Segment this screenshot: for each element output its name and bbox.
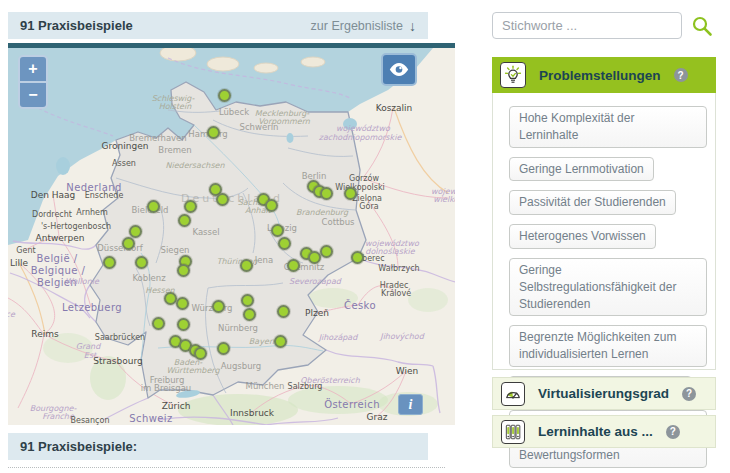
filter-button[interactable]: Geringe Lernmotivation [509,157,654,182]
map-marker[interactable] [194,347,207,360]
map-marker[interactable] [164,292,177,305]
lightbulb-icon [500,62,526,88]
section-title: Problemstellungen [539,68,661,83]
search-input[interactable] [492,12,682,39]
map-marker[interactable] [351,251,364,264]
section-virtualisierungsgrad[interactable]: Virtualisierungsgrad ? [492,377,716,410]
shelf-icon [501,420,525,444]
results-count: 91 Praxisbeispiele [20,18,133,33]
filter-button[interactable]: Heterogenes Vorwissen [509,224,656,249]
map-marker[interactable] [271,224,284,237]
map-marker[interactable] [265,199,278,212]
map-marker[interactable] [217,342,230,355]
map-marker[interactable] [176,297,189,310]
map-marker[interactable] [103,256,116,269]
divider [8,467,445,468]
map-marker[interactable] [147,200,160,213]
map-info-button[interactable]: i [398,394,423,415]
gauge-icon [501,382,525,406]
results-header: 91 Praxisbeispiele zur Ergebnisliste ↓ [8,12,428,39]
help-icon[interactable]: ? [666,425,680,439]
section-problemstellungen[interactable]: Problemstellungen ? [492,57,716,93]
map-marker[interactable] [152,317,165,330]
help-icon[interactable]: ? [674,68,688,82]
map-marker[interactable] [212,300,225,313]
map-panel[interactable]: GroningenAssenNederlandDen HaagEnschedeD… [8,43,455,425]
help-icon[interactable]: ? [682,387,696,401]
filter-button[interactable]: Begrenzte Möglichkeiten zum individualis… [509,325,707,367]
map-marker[interactable] [287,259,300,272]
map-marker[interactable] [278,237,291,250]
map-marker[interactable] [177,264,190,277]
filter-button[interactable]: Passivität der Studierenden [509,190,676,215]
filter-button[interactable]: Geringe Selbstregulationsfähigkeit der S… [509,258,707,316]
zoom-out-button[interactable]: − [18,82,48,109]
filter-list: Hohe Komplexität der LerninhalteGeringe … [509,106,715,468]
filter-panel: Hohe Komplexität der LerninhalteGeringe … [492,93,716,370]
map-marker[interactable] [218,89,231,102]
map-markers [8,48,455,425]
map-marker[interactable] [216,193,229,206]
map-marker[interactable] [122,237,135,250]
page: 91 Praxisbeispiele zur Ergebnisliste ↓ [0,0,730,473]
map-marker[interactable] [241,294,254,307]
map-marker[interactable] [184,200,197,213]
results-list-link[interactable]: zur Ergebnisliste ↓ [311,19,416,33]
map-marker[interactable] [243,308,256,321]
map-marker[interactable] [207,126,220,139]
visibility-toggle-button[interactable] [381,53,417,86]
filter-button[interactable]: Hohe Komplexität der Lerninhalte [509,106,707,148]
down-arrow-icon: ↓ [409,19,416,33]
results-footer-label: 91 Praxisbeispiele: [20,439,137,454]
map-marker[interactable] [274,335,287,348]
map-marker[interactable] [129,225,142,238]
map-marker[interactable] [308,251,321,264]
eye-icon [388,58,410,81]
map-marker[interactable] [344,187,357,200]
map-marker[interactable] [135,256,148,269]
results-footer: 91 Praxisbeispiele: [8,433,428,460]
map-marker[interactable] [178,214,191,227]
map-marker[interactable] [320,187,333,200]
map-zoom-controls: + − [18,55,48,109]
section-lerninhalte[interactable]: Lerninhalte aus ... ? [492,415,716,448]
zoom-in-button[interactable]: + [18,55,48,82]
map-marker[interactable] [177,318,190,331]
results-list-link-label: zur Ergebnisliste [311,19,403,33]
section-title: Lerninhalte aus ... [538,424,653,439]
map-marker[interactable] [320,245,333,258]
map-marker[interactable] [240,259,253,272]
search-icon[interactable] [691,15,713,37]
map-marker[interactable] [277,305,290,318]
section-title: Virtualisierungsgrad [538,386,669,401]
